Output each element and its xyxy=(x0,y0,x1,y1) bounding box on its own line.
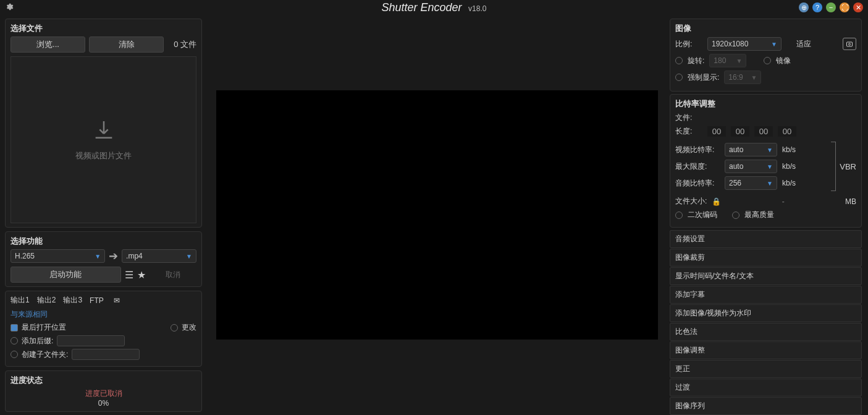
subfolder-input[interactable] xyxy=(72,349,140,360)
tab-ftp[interactable]: FTP xyxy=(90,296,104,305)
file-dropzone[interactable]: 视频或图片文件 xyxy=(11,56,196,223)
tab-output1[interactable]: 输出1 xyxy=(11,295,30,306)
max-bitrate-label: 最大限度: xyxy=(675,161,720,172)
audio-bitrate-select[interactable]: 256▼ xyxy=(725,176,777,190)
accordion-item-4[interactable]: 添加图像/视频作为水印 xyxy=(670,304,862,322)
maximize-icon[interactable]: ⛶ xyxy=(840,2,849,12)
accordion-list: 音频设置图像裁剪显示时间码/文件名/文本添加字幕添加图像/视频作为水印比色法图像… xyxy=(670,230,862,415)
force-display-label: 强制显示: xyxy=(688,72,719,83)
accordion-item-8[interactable]: 过渡 xyxy=(670,379,862,396)
app-title: Shutter Encoder v18.0 xyxy=(382,1,487,14)
suffix-input[interactable] xyxy=(57,335,125,346)
window-controls: ⊕ ? − ⛶ ✕ xyxy=(799,2,863,12)
vbr-label[interactable]: VBR xyxy=(840,162,856,171)
ratio-label: 比例: xyxy=(675,39,702,49)
time-hours[interactable]: 00 xyxy=(707,126,726,137)
image-panel-title: 图像 xyxy=(675,23,856,34)
progress-title: 进度状态 xyxy=(11,375,196,386)
add-suffix-label: 添加后缀: xyxy=(22,336,53,346)
fit-label[interactable]: 适应 xyxy=(796,39,811,49)
filesize-value: - xyxy=(726,197,840,206)
tab-output3[interactable]: 输出3 xyxy=(63,295,82,306)
mirror-radio[interactable] xyxy=(764,57,771,64)
cancel-button[interactable]: 取消 xyxy=(150,270,196,280)
accordion-item-0[interactable]: 音频设置 xyxy=(670,230,862,248)
start-function-button[interactable]: 启动功能 xyxy=(11,267,121,283)
video-bitrate-select[interactable]: auto▼ xyxy=(725,143,777,156)
change-label: 更改 xyxy=(182,322,196,333)
filesize-unit: MB xyxy=(845,197,856,206)
progress-cancelled-text: 进度已取消 xyxy=(11,388,196,399)
svg-rect-0 xyxy=(847,42,853,46)
titlebar: Shutter Encoder v18.0 ⊕ ? − ⛶ ✕ xyxy=(0,0,868,15)
extension-select[interactable]: .mp4▼ xyxy=(122,249,196,263)
file-count: 0 文件 xyxy=(174,39,196,50)
accordion-item-5[interactable]: 比色法 xyxy=(670,323,862,341)
best-quality-radio[interactable] xyxy=(732,212,739,219)
open-last-location-label: 最后打开位置 xyxy=(22,322,66,333)
select-files-title: 选择文件 xyxy=(11,23,196,34)
bitrate-panel: 比特率调整 文件: 长度: 00 00 00 00 视频比特率: auto▼ xyxy=(670,94,862,228)
progress-panel: 进度状态 进度已取消 0% xyxy=(5,370,202,412)
resolution-select[interactable]: 1920x1080▼ xyxy=(707,37,782,51)
rotate-label: 旋转: xyxy=(688,56,704,66)
image-panel: 图像 比例: 1920x1080▼ 适应 旋转: 180▼ xyxy=(670,19,862,92)
svg-point-1 xyxy=(849,43,851,45)
time-seconds[interactable]: 00 xyxy=(754,126,773,137)
time-frames[interactable]: 00 xyxy=(778,126,796,137)
rotate-radio[interactable] xyxy=(675,57,683,64)
accordion-item-2[interactable]: 显示时间码/文件名/文本 xyxy=(670,267,862,285)
same-as-source-link[interactable]: 与来源相同 xyxy=(11,309,196,320)
select-files-panel: 选择文件 浏览... 清除 0 文件 视频或图片文件 xyxy=(5,19,202,228)
length-label: 长度: xyxy=(675,126,702,137)
change-radio[interactable] xyxy=(171,324,178,332)
video-bitrate-label: 视频比特率: xyxy=(675,145,720,155)
lock-icon[interactable]: 🔒 xyxy=(712,197,721,206)
bitrate-title: 比特率调整 xyxy=(675,98,856,109)
audio-bitrate-unit: kb/s xyxy=(782,179,796,187)
mirror-label: 镜像 xyxy=(776,56,791,66)
time-minutes[interactable]: 00 xyxy=(731,126,749,137)
create-subfolder-label: 创建子文件夹: xyxy=(22,349,68,360)
help-icon[interactable]: ? xyxy=(812,2,822,12)
max-bitrate-select[interactable]: auto▼ xyxy=(725,160,777,173)
two-pass-radio[interactable] xyxy=(675,212,683,219)
create-subfolder-radio[interactable] xyxy=(11,351,18,358)
screenshot-icon[interactable] xyxy=(843,38,856,50)
arrow-right-icon: ➔ xyxy=(109,249,118,263)
codec-select[interactable]: H.265▼ xyxy=(11,249,105,263)
accordion-item-6[interactable]: 图像调整 xyxy=(670,341,862,359)
accordion-item-7[interactable]: 更正 xyxy=(670,360,862,378)
browse-button[interactable]: 浏览... xyxy=(11,36,85,53)
filesize-label: 文件大小: xyxy=(675,196,707,207)
clear-button[interactable]: 清除 xyxy=(89,36,164,53)
favorite-icon[interactable]: ★ xyxy=(137,269,146,281)
rotate-select[interactable]: 180▼ xyxy=(709,54,746,67)
max-bitrate-unit: kb/s xyxy=(782,162,796,171)
accordion-item-1[interactable]: 图像裁剪 xyxy=(670,249,862,267)
select-function-panel: 选择功能 H.265▼ ➔ .mp4▼ 启动功能 ☰ ★ 取消 xyxy=(5,231,202,287)
add-suffix-radio[interactable] xyxy=(11,337,18,344)
force-display-radio[interactable] xyxy=(675,74,683,81)
video-preview-area[interactable] xyxy=(216,90,658,340)
dropzone-hint: 视频或图片文件 xyxy=(75,150,132,161)
audio-bitrate-label: 音频比特率: xyxy=(675,178,720,189)
progress-percent: 0% xyxy=(11,399,196,408)
queue-menu-icon[interactable]: ☰ xyxy=(125,269,133,281)
settings-gear-icon[interactable] xyxy=(5,2,14,13)
best-quality-label: 最高质量 xyxy=(744,210,774,220)
accordion-item-9[interactable]: 图像序列 xyxy=(670,397,862,415)
open-last-location-checkbox[interactable] xyxy=(11,324,18,332)
tab-output2[interactable]: 输出2 xyxy=(37,295,56,306)
video-bitrate-unit: kb/s xyxy=(782,145,796,154)
close-icon[interactable]: ✕ xyxy=(853,2,863,12)
force-display-select[interactable]: 16:9▼ xyxy=(724,71,761,84)
globe-icon[interactable]: ⊕ xyxy=(799,2,809,12)
minimize-icon[interactable]: − xyxy=(826,2,836,12)
mail-icon[interactable]: ✉ xyxy=(114,296,120,305)
accordion-item-3[interactable]: 添加字幕 xyxy=(670,286,862,304)
two-pass-label: 二次编码 xyxy=(688,210,717,220)
download-arrow-icon xyxy=(91,118,116,143)
output-panel: 输出1 输出2 输出3 FTP ✉ 与来源相同 最后打开位置 更改 添加后缀: xyxy=(5,291,202,367)
select-function-title: 选择功能 xyxy=(11,236,196,247)
